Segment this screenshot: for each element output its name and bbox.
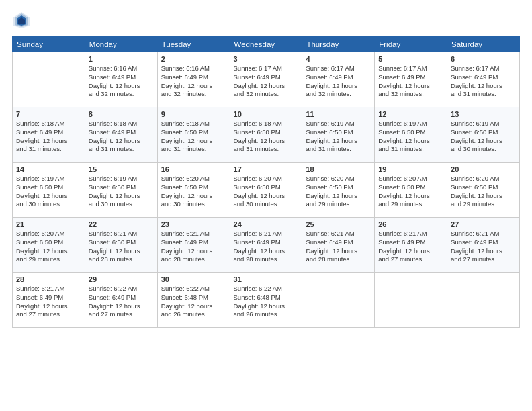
day-number: 3: [234, 55, 299, 63]
day-info: Sunrise: 6:18 AMSunset: 6:50 PMDaylight:…: [161, 120, 226, 154]
calendar-cell: 12Sunrise: 6:19 AMSunset: 6:50 PMDayligh…: [375, 107, 447, 163]
calendar-header-friday: Friday: [375, 37, 447, 52]
day-number: 16: [161, 165, 226, 173]
calendar-cell: 23Sunrise: 6:21 AMSunset: 6:49 PMDayligh…: [157, 218, 230, 273]
day-info: Sunrise: 6:19 AMSunset: 6:50 PMDaylight:…: [451, 120, 516, 154]
day-number: 15: [89, 165, 154, 173]
calendar-cell: 18Sunrise: 6:20 AMSunset: 6:50 PMDayligh…: [302, 163, 375, 218]
day-number: 28: [16, 275, 81, 283]
logo-icon: [12, 11, 31, 30]
day-info: Sunrise: 6:22 AMSunset: 6:49 PMDaylight:…: [89, 285, 154, 319]
day-number: 27: [451, 220, 516, 228]
day-info: Sunrise: 6:20 AMSunset: 6:50 PMDaylight:…: [451, 175, 516, 209]
calendar-cell: 25Sunrise: 6:21 AMSunset: 6:49 PMDayligh…: [302, 218, 375, 273]
calendar-cell: 28Sunrise: 6:21 AMSunset: 6:49 PMDayligh…: [13, 273, 85, 328]
calendar-cell: [447, 273, 520, 328]
calendar-cell: 2Sunrise: 6:16 AMSunset: 6:49 PMDaylight…: [157, 52, 230, 107]
calendar-cell: 13Sunrise: 6:19 AMSunset: 6:50 PMDayligh…: [447, 107, 520, 163]
day-info: Sunrise: 6:17 AMSunset: 6:49 PMDaylight:…: [306, 64, 371, 99]
calendar-cell: 3Sunrise: 6:17 AMSunset: 6:49 PMDaylight…: [230, 52, 302, 107]
day-info: Sunrise: 6:19 AMSunset: 6:50 PMDaylight:…: [378, 120, 443, 154]
calendar-cell: 17Sunrise: 6:20 AMSunset: 6:50 PMDayligh…: [230, 163, 302, 218]
day-number: 9: [161, 110, 226, 118]
week-row-4: 21Sunrise: 6:20 AMSunset: 6:50 PMDayligh…: [13, 218, 520, 273]
calendar-cell: 21Sunrise: 6:20 AMSunset: 6:50 PMDayligh…: [13, 218, 85, 273]
calendar-cell: [375, 273, 447, 328]
day-info: Sunrise: 6:21 AMSunset: 6:49 PMDaylight:…: [161, 230, 226, 264]
day-info: Sunrise: 6:21 AMSunset: 6:49 PMDaylight:…: [306, 230, 371, 264]
calendar-cell: 31Sunrise: 6:22 AMSunset: 6:48 PMDayligh…: [230, 273, 302, 328]
week-row-5: 28Sunrise: 6:21 AMSunset: 6:49 PMDayligh…: [13, 273, 520, 328]
calendar-cell: 29Sunrise: 6:22 AMSunset: 6:49 PMDayligh…: [85, 273, 157, 328]
day-info: Sunrise: 6:19 AMSunset: 6:50 PMDaylight:…: [306, 120, 371, 154]
day-info: Sunrise: 6:21 AMSunset: 6:49 PMDaylight:…: [378, 230, 443, 264]
day-number: 12: [378, 110, 443, 118]
day-number: 29: [89, 275, 154, 283]
week-row-3: 14Sunrise: 6:19 AMSunset: 6:50 PMDayligh…: [13, 163, 520, 218]
calendar-header-tuesday: Tuesday: [157, 37, 230, 52]
calendar-cell: 8Sunrise: 6:18 AMSunset: 6:49 PMDaylight…: [85, 107, 157, 163]
calendar-cell: 30Sunrise: 6:22 AMSunset: 6:48 PMDayligh…: [157, 273, 230, 328]
day-number: 1: [89, 55, 154, 63]
day-info: Sunrise: 6:20 AMSunset: 6:50 PMDaylight:…: [16, 230, 81, 264]
day-number: 10: [234, 110, 299, 118]
day-info: Sunrise: 6:17 AMSunset: 6:49 PMDaylight:…: [378, 64, 443, 99]
page: SundayMondayTuesdayWednesdayThursdayFrid…: [0, 0, 532, 411]
calendar-cell: 10Sunrise: 6:18 AMSunset: 6:50 PMDayligh…: [230, 107, 302, 163]
day-number: 25: [306, 220, 371, 228]
calendar-cell: 9Sunrise: 6:18 AMSunset: 6:50 PMDaylight…: [157, 107, 230, 163]
day-info: Sunrise: 6:16 AMSunset: 6:49 PMDaylight:…: [89, 64, 154, 99]
week-row-1: 1Sunrise: 6:16 AMSunset: 6:49 PMDaylight…: [13, 52, 520, 107]
day-info: Sunrise: 6:21 AMSunset: 6:49 PMDaylight:…: [451, 230, 516, 264]
calendar-cell: 4Sunrise: 6:17 AMSunset: 6:49 PMDaylight…: [302, 52, 375, 107]
day-number: 13: [451, 110, 516, 118]
day-number: 26: [378, 220, 443, 228]
day-number: 4: [306, 55, 371, 63]
calendar: SundayMondayTuesdayWednesdayThursdayFrid…: [12, 36, 520, 328]
week-row-2: 7Sunrise: 6:18 AMSunset: 6:49 PMDaylight…: [13, 107, 520, 163]
day-number: 30: [161, 275, 226, 283]
day-info: Sunrise: 6:20 AMSunset: 6:50 PMDaylight:…: [378, 175, 443, 209]
day-number: 19: [378, 165, 443, 173]
calendar-cell: 1Sunrise: 6:16 AMSunset: 6:49 PMDaylight…: [85, 52, 157, 107]
day-number: 18: [306, 165, 371, 173]
day-number: 23: [161, 220, 226, 228]
calendar-cell: 14Sunrise: 6:19 AMSunset: 6:50 PMDayligh…: [13, 163, 85, 218]
calendar-cell: [302, 273, 375, 328]
day-info: Sunrise: 6:22 AMSunset: 6:48 PMDaylight:…: [234, 285, 299, 319]
day-info: Sunrise: 6:19 AMSunset: 6:50 PMDaylight:…: [89, 175, 154, 209]
calendar-header-saturday: Saturday: [447, 37, 520, 52]
day-number: 14: [16, 165, 81, 173]
day-number: 2: [161, 55, 226, 63]
calendar-header-monday: Monday: [85, 37, 157, 52]
logo: [12, 11, 34, 30]
day-number: 6: [451, 55, 516, 63]
day-info: Sunrise: 6:21 AMSunset: 6:49 PMDaylight:…: [234, 230, 299, 264]
calendar-cell: 19Sunrise: 6:20 AMSunset: 6:50 PMDayligh…: [375, 163, 447, 218]
calendar-cell: 26Sunrise: 6:21 AMSunset: 6:49 PMDayligh…: [375, 218, 447, 273]
day-number: 21: [16, 220, 81, 228]
day-number: 11: [306, 110, 371, 118]
day-info: Sunrise: 6:21 AMSunset: 6:49 PMDaylight:…: [16, 285, 81, 319]
calendar-header-wednesday: Wednesday: [230, 37, 302, 52]
day-number: 31: [234, 275, 299, 283]
calendar-cell: 5Sunrise: 6:17 AMSunset: 6:49 PMDaylight…: [375, 52, 447, 107]
calendar-header-thursday: Thursday: [302, 37, 375, 52]
day-number: 22: [89, 220, 154, 228]
day-info: Sunrise: 6:18 AMSunset: 6:50 PMDaylight:…: [234, 120, 299, 154]
calendar-cell: 24Sunrise: 6:21 AMSunset: 6:49 PMDayligh…: [230, 218, 302, 273]
day-info: Sunrise: 6:21 AMSunset: 6:50 PMDaylight:…: [89, 230, 154, 264]
day-info: Sunrise: 6:16 AMSunset: 6:49 PMDaylight:…: [161, 64, 226, 99]
day-number: 17: [234, 165, 299, 173]
calendar-cell: [13, 52, 85, 107]
day-info: Sunrise: 6:20 AMSunset: 6:50 PMDaylight:…: [234, 175, 299, 209]
day-info: Sunrise: 6:18 AMSunset: 6:49 PMDaylight:…: [16, 120, 81, 154]
calendar-header-sunday: Sunday: [13, 37, 85, 52]
calendar-cell: 16Sunrise: 6:20 AMSunset: 6:50 PMDayligh…: [157, 163, 230, 218]
day-number: 8: [89, 110, 154, 118]
calendar-header-row: SundayMondayTuesdayWednesdayThursdayFrid…: [13, 37, 520, 52]
calendar-cell: 20Sunrise: 6:20 AMSunset: 6:50 PMDayligh…: [447, 163, 520, 218]
header: [12, 11, 520, 30]
day-number: 24: [234, 220, 299, 228]
calendar-cell: 7Sunrise: 6:18 AMSunset: 6:49 PMDaylight…: [13, 107, 85, 163]
